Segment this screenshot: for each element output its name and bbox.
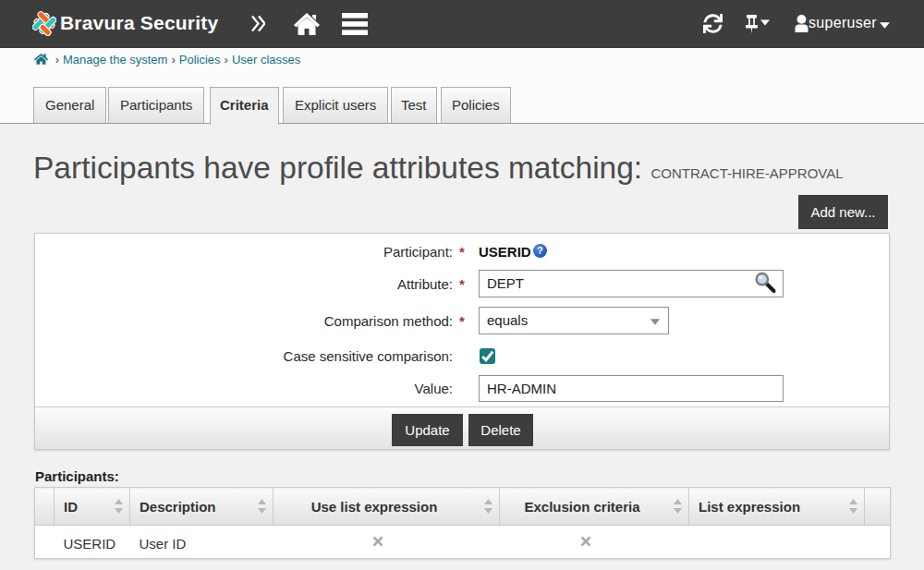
svg-text:?: ? xyxy=(537,245,542,256)
